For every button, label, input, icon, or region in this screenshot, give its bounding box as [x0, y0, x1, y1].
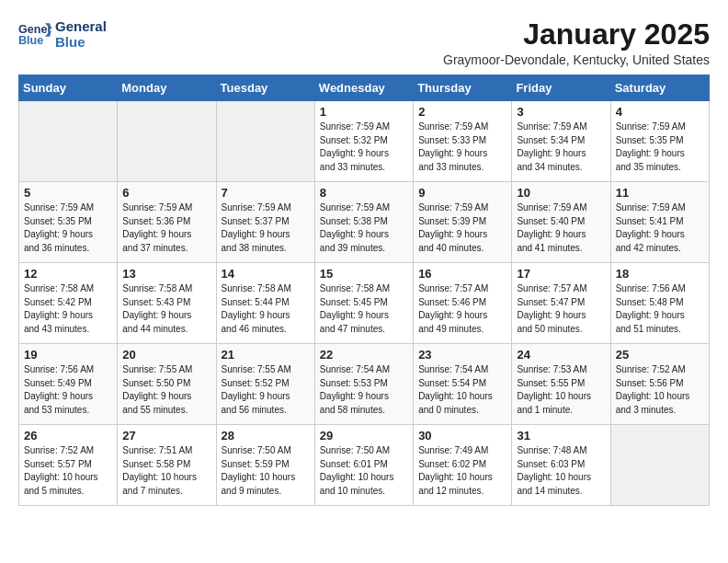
- calendar-cell: 30Sunrise: 7:49 AMSunset: 6:02 PMDayligh…: [414, 425, 512, 506]
- day-number: 25: [616, 348, 704, 362]
- day-number: 1: [320, 105, 408, 119]
- day-info: Sunrise: 7:54 AMSunset: 5:53 PMDaylight:…: [320, 363, 408, 417]
- day-info: Sunrise: 7:56 AMSunset: 5:49 PMDaylight:…: [24, 363, 112, 417]
- calendar-cell: 21Sunrise: 7:55 AMSunset: 5:52 PMDayligh…: [216, 344, 314, 425]
- day-number: 21: [222, 348, 310, 362]
- calendar-cell: 6Sunrise: 7:59 AMSunset: 5:36 PMDaylight…: [118, 182, 216, 263]
- day-number: 14: [222, 267, 310, 281]
- weekday-header-sunday: Sunday: [19, 75, 118, 101]
- calendar-cell: 12Sunrise: 7:58 AMSunset: 5:42 PMDayligh…: [19, 263, 118, 344]
- day-number: 27: [122, 429, 210, 442]
- logo: General Blue General Blue: [18, 18, 107, 51]
- day-info: Sunrise: 7:58 AMSunset: 5:42 PMDaylight:…: [24, 282, 112, 336]
- subtitle: Graymoor-Devondale, Kentucky, United Sta…: [443, 52, 710, 67]
- day-number: 3: [517, 105, 605, 119]
- calendar-cell: 2Sunrise: 7:59 AMSunset: 5:33 PMDaylight…: [414, 101, 512, 182]
- day-info: Sunrise: 7:57 AMSunset: 5:47 PMDaylight:…: [517, 282, 605, 336]
- calendar-cell: [118, 101, 216, 182]
- day-info: Sunrise: 7:58 AMSunset: 5:44 PMDaylight:…: [222, 282, 310, 336]
- calendar-cell: 27Sunrise: 7:51 AMSunset: 5:58 PMDayligh…: [118, 425, 216, 506]
- day-number: 22: [320, 348, 408, 362]
- calendar-cell: 29Sunrise: 7:50 AMSunset: 6:01 PMDayligh…: [314, 425, 413, 506]
- day-number: 16: [418, 267, 506, 281]
- day-info: Sunrise: 7:59 AMSunset: 5:35 PMDaylight:…: [616, 121, 704, 174]
- calendar-cell: 1Sunrise: 7:59 AMSunset: 5:32 PMDaylight…: [314, 101, 413, 182]
- calendar-cell: 31Sunrise: 7:48 AMSunset: 6:03 PMDayligh…: [512, 425, 610, 506]
- calendar-cell: 7Sunrise: 7:59 AMSunset: 5:37 PMDaylight…: [216, 182, 314, 263]
- day-info: Sunrise: 7:50 AMSunset: 6:01 PMDaylight:…: [320, 444, 408, 498]
- svg-text:Blue: Blue: [18, 34, 43, 47]
- weekday-header-saturday: Saturday: [610, 75, 709, 101]
- day-info: Sunrise: 7:59 AMSunset: 5:37 PMDaylight:…: [222, 201, 310, 255]
- day-info: Sunrise: 7:51 AMSunset: 5:58 PMDaylight:…: [122, 444, 210, 498]
- day-info: Sunrise: 7:54 AMSunset: 5:54 PMDaylight:…: [418, 363, 506, 417]
- calendar-cell: 19Sunrise: 7:56 AMSunset: 5:49 PMDayligh…: [19, 344, 118, 425]
- day-number: 4: [616, 105, 704, 119]
- day-number: 6: [122, 186, 210, 200]
- page: General Blue General Blue January 2025 G…: [0, 0, 728, 515]
- day-number: 5: [24, 186, 112, 200]
- day-number: 7: [222, 186, 310, 200]
- calendar-cell: 13Sunrise: 7:58 AMSunset: 5:43 PMDayligh…: [118, 263, 216, 344]
- logo-icon: General Blue: [18, 21, 51, 47]
- logo-line2: Blue: [55, 34, 107, 50]
- day-number: 9: [418, 186, 506, 200]
- day-number: 23: [418, 348, 506, 362]
- day-number: 19: [24, 348, 112, 362]
- calendar-cell: [610, 425, 709, 506]
- day-info: Sunrise: 7:56 AMSunset: 5:48 PMDaylight:…: [616, 282, 704, 336]
- calendar-cell: 20Sunrise: 7:55 AMSunset: 5:50 PMDayligh…: [118, 344, 216, 425]
- calendar-cell: 24Sunrise: 7:53 AMSunset: 5:55 PMDayligh…: [512, 344, 610, 425]
- day-number: 28: [222, 429, 310, 442]
- week-row-3: 12Sunrise: 7:58 AMSunset: 5:42 PMDayligh…: [19, 263, 710, 344]
- day-number: 11: [616, 186, 704, 200]
- week-row-1: 1Sunrise: 7:59 AMSunset: 5:32 PMDaylight…: [19, 101, 710, 182]
- day-number: 29: [320, 429, 408, 442]
- day-info: Sunrise: 7:55 AMSunset: 5:50 PMDaylight:…: [122, 363, 210, 417]
- calendar-cell: 4Sunrise: 7:59 AMSunset: 5:35 PMDaylight…: [610, 101, 709, 182]
- calendar-cell: 22Sunrise: 7:54 AMSunset: 5:53 PMDayligh…: [314, 344, 413, 425]
- weekday-header-thursday: Thursday: [414, 75, 512, 101]
- calendar-table: SundayMondayTuesdayWednesdayThursdayFrid…: [18, 75, 710, 506]
- calendar-cell: 17Sunrise: 7:57 AMSunset: 5:47 PMDayligh…: [512, 263, 610, 344]
- calendar-cell: 9Sunrise: 7:59 AMSunset: 5:39 PMDaylight…: [414, 182, 512, 263]
- calendar-cell: 14Sunrise: 7:58 AMSunset: 5:44 PMDayligh…: [216, 263, 314, 344]
- calendar-cell: 26Sunrise: 7:52 AMSunset: 5:57 PMDayligh…: [19, 425, 118, 506]
- day-info: Sunrise: 7:59 AMSunset: 5:32 PMDaylight:…: [320, 121, 408, 174]
- day-info: Sunrise: 7:52 AMSunset: 5:56 PMDaylight:…: [616, 363, 704, 417]
- week-row-4: 19Sunrise: 7:56 AMSunset: 5:49 PMDayligh…: [19, 344, 710, 425]
- header: General Blue General Blue January 2025 G…: [18, 18, 710, 67]
- day-info: Sunrise: 7:50 AMSunset: 5:59 PMDaylight:…: [222, 444, 310, 498]
- day-info: Sunrise: 7:55 AMSunset: 5:52 PMDaylight:…: [222, 363, 310, 417]
- weekday-header-row: SundayMondayTuesdayWednesdayThursdayFrid…: [19, 75, 710, 101]
- weekday-header-monday: Monday: [118, 75, 216, 101]
- week-row-2: 5Sunrise: 7:59 AMSunset: 5:35 PMDaylight…: [19, 182, 710, 263]
- weekday-header-wednesday: Wednesday: [314, 75, 413, 101]
- calendar-cell: [19, 101, 118, 182]
- calendar-cell: 23Sunrise: 7:54 AMSunset: 5:54 PMDayligh…: [414, 344, 512, 425]
- calendar-cell: [216, 101, 314, 182]
- day-info: Sunrise: 7:58 AMSunset: 5:45 PMDaylight:…: [320, 282, 408, 336]
- weekday-header-friday: Friday: [512, 75, 610, 101]
- day-number: 8: [320, 186, 408, 200]
- day-info: Sunrise: 7:59 AMSunset: 5:36 PMDaylight:…: [122, 201, 210, 255]
- calendar-cell: 3Sunrise: 7:59 AMSunset: 5:34 PMDaylight…: [512, 101, 610, 182]
- weekday-header-tuesday: Tuesday: [216, 75, 314, 101]
- day-info: Sunrise: 7:52 AMSunset: 5:57 PMDaylight:…: [24, 444, 112, 498]
- title-section: January 2025 Graymoor-Devondale, Kentuck…: [443, 18, 710, 67]
- month-title: January 2025: [443, 18, 710, 51]
- calendar-cell: 16Sunrise: 7:57 AMSunset: 5:46 PMDayligh…: [414, 263, 512, 344]
- day-info: Sunrise: 7:53 AMSunset: 5:55 PMDaylight:…: [517, 363, 605, 417]
- calendar-cell: 25Sunrise: 7:52 AMSunset: 5:56 PMDayligh…: [610, 344, 709, 425]
- day-number: 24: [517, 348, 605, 362]
- day-info: Sunrise: 7:49 AMSunset: 6:02 PMDaylight:…: [418, 444, 506, 498]
- calendar-cell: 11Sunrise: 7:59 AMSunset: 5:41 PMDayligh…: [610, 182, 709, 263]
- day-number: 15: [320, 267, 408, 281]
- calendar-cell: 28Sunrise: 7:50 AMSunset: 5:59 PMDayligh…: [216, 425, 314, 506]
- calendar-cell: 5Sunrise: 7:59 AMSunset: 5:35 PMDaylight…: [19, 182, 118, 263]
- calendar-cell: 18Sunrise: 7:56 AMSunset: 5:48 PMDayligh…: [610, 263, 709, 344]
- calendar-cell: 15Sunrise: 7:58 AMSunset: 5:45 PMDayligh…: [314, 263, 413, 344]
- day-info: Sunrise: 7:58 AMSunset: 5:43 PMDaylight:…: [122, 282, 210, 336]
- day-number: 2: [418, 105, 506, 119]
- day-number: 10: [517, 186, 605, 200]
